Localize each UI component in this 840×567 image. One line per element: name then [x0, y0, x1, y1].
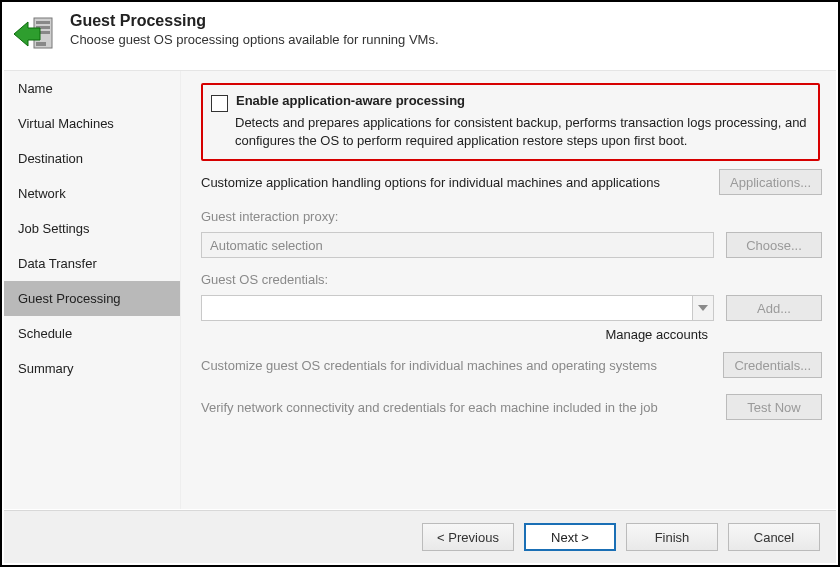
nav-step-destination[interactable]: Destination: [4, 141, 180, 176]
guest-proxy-label: Guest interaction proxy:: [201, 209, 822, 224]
enable-app-aware-checkbox[interactable]: [211, 95, 228, 112]
wizard-body: Name Virtual Machines Destination Networ…: [4, 70, 836, 509]
nav-step-guest-processing[interactable]: Guest Processing: [4, 281, 180, 316]
customize-app-text: Customize application handling options f…: [201, 175, 707, 190]
guest-creds-label: Guest OS credentials:: [201, 272, 822, 287]
test-now-button[interactable]: Test Now: [726, 394, 822, 420]
enable-app-aware-label: Enable application-aware processing: [236, 93, 465, 108]
wizard-window: Guest Processing Choose guest OS process…: [0, 0, 840, 567]
guest-processing-icon: [12, 12, 56, 56]
guest-creds-combobox[interactable]: [201, 295, 714, 321]
nav-step-summary[interactable]: Summary: [4, 351, 180, 386]
guest-proxy-input[interactable]: [201, 232, 714, 258]
nav-step-job-settings[interactable]: Job Settings: [4, 211, 180, 246]
manage-accounts-link[interactable]: Manage accounts: [605, 327, 708, 342]
nav-step-name[interactable]: Name: [4, 71, 180, 106]
enable-app-aware-section: Enable application-aware processing Dete…: [201, 83, 820, 161]
nav-step-data-transfer[interactable]: Data Transfer: [4, 246, 180, 281]
wizard-content: Enable application-aware processing Dete…: [181, 71, 836, 509]
finish-button[interactable]: Finish: [626, 523, 718, 551]
next-button[interactable]: Next >: [524, 523, 616, 551]
choose-proxy-button[interactable]: Choose...: [726, 232, 822, 258]
page-subtitle: Choose guest OS processing options avail…: [70, 32, 439, 47]
wizard-steps-nav: Name Virtual Machines Destination Networ…: [4, 71, 181, 509]
nav-step-virtual-machines[interactable]: Virtual Machines: [4, 106, 180, 141]
verify-connectivity-text: Verify network connectivity and credenti…: [201, 400, 714, 415]
chevron-down-icon[interactable]: [692, 295, 714, 321]
customize-creds-text: Customize guest OS credentials for indiv…: [201, 358, 711, 373]
credentials-button[interactable]: Credentials...: [723, 352, 822, 378]
enable-app-aware-description: Detects and prepares applications for co…: [235, 114, 808, 149]
cancel-button[interactable]: Cancel: [728, 523, 820, 551]
page-title: Guest Processing: [70, 12, 439, 30]
nav-step-schedule[interactable]: Schedule: [4, 316, 180, 351]
applications-button[interactable]: Applications...: [719, 169, 822, 195]
add-creds-button[interactable]: Add...: [726, 295, 822, 321]
nav-step-network[interactable]: Network: [4, 176, 180, 211]
previous-button[interactable]: < Previous: [422, 523, 514, 551]
svg-rect-1: [36, 21, 50, 24]
svg-marker-6: [698, 305, 708, 311]
wizard-footer: < Previous Next > Finish Cancel: [4, 510, 836, 563]
wizard-header: Guest Processing Choose guest OS process…: [2, 2, 838, 62]
svg-rect-4: [36, 42, 46, 46]
